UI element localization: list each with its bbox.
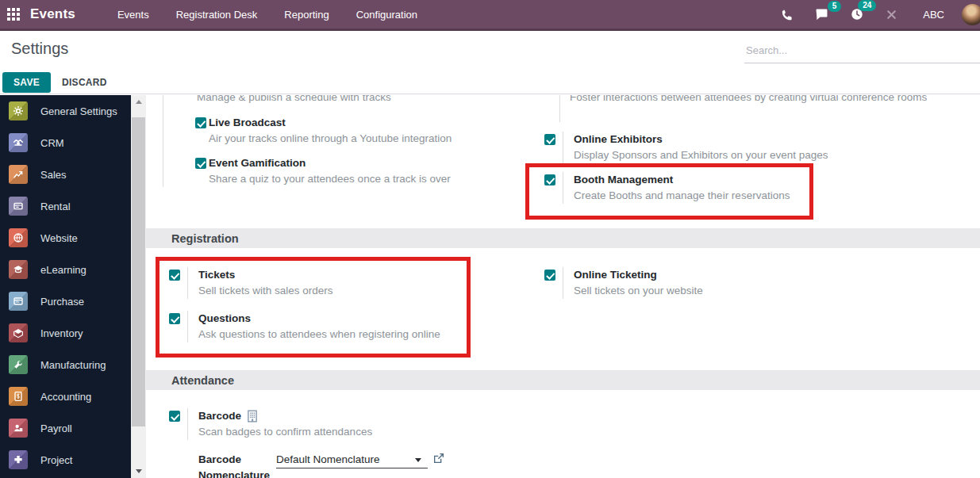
app-name: Events	[30, 6, 75, 22]
top-menu: Events Registration Desk Reporting Confi…	[104, 0, 431, 30]
annotation-box-tickets-questions	[156, 257, 471, 358]
sidebar-item-label: eLearning	[40, 264, 86, 276]
sidebar-item-label: Manufacturing	[40, 359, 106, 371]
elearning-app-icon	[9, 260, 28, 279]
setting-barcode: Barcode Scan badges to confirm attendanc…	[169, 408, 372, 440]
setting-description: Air your tracks online through a Youtube…	[209, 131, 452, 147]
activities-count-badge: 24	[858, 0, 876, 11]
section-header-attendance: Attendance	[146, 370, 980, 390]
discard-button[interactable]: DISCARD	[56, 72, 113, 93]
activities-icon-button[interactable]: 24	[840, 7, 874, 21]
sidebar-item-sales[interactable]: Sales	[0, 159, 131, 190]
sidebar-item-general-settings[interactable]: General Settings	[0, 95, 131, 127]
scroll-down-button[interactable]	[131, 465, 146, 478]
user-avatar[interactable]	[962, 4, 980, 25]
setting-label: Event Gamification	[209, 155, 451, 171]
setting-label: Barcode	[198, 408, 241, 424]
setting-separator	[563, 267, 563, 299]
accounting-app-icon	[9, 387, 28, 406]
select-underline	[276, 468, 428, 468]
online-exhibitors-checkbox[interactable]	[544, 134, 555, 145]
schedule-tracks-description: Manage & publish a schedule with tracks	[197, 95, 391, 106]
setting-group-separator	[163, 95, 163, 187]
setting-description: Share a quiz to your attendees once a tr…	[209, 171, 451, 187]
sidebar-item-accounting[interactable]: Accounting	[0, 380, 131, 412]
sidebar-item-label: Inventory	[40, 327, 83, 339]
event-gamification-checkbox[interactable]	[195, 158, 206, 169]
sidebar-item-crm[interactable]: CRM	[0, 127, 131, 159]
purchase-app-icon	[9, 292, 28, 311]
barcode-checkbox[interactable]	[169, 411, 180, 422]
section-header-registration: Registration	[146, 228, 980, 248]
menu-item-configuration[interactable]: Configuration	[343, 0, 431, 30]
sidebar-item-payroll[interactable]: Payroll	[0, 412, 131, 444]
section-title: Registration	[171, 232, 239, 245]
menu-item-registration-desk[interactable]: Registration Desk	[163, 0, 271, 30]
sidebar-item-inventory[interactable]: Inventory	[0, 317, 131, 349]
setting-event-gamification: Event Gamification Share a quiz to your …	[195, 155, 451, 187]
voip-phone-icon[interactable]	[770, 8, 804, 21]
setting-separator	[559, 95, 560, 122]
apps-grid-icon[interactable]	[7, 8, 21, 21]
dropdown-caret-icon[interactable]	[415, 458, 421, 462]
sidebar-item-label: Purchase	[40, 296, 84, 308]
external-link-icon[interactable]	[432, 452, 445, 465]
sidebar-item-label: Accounting	[40, 391, 91, 403]
manufacturing-app-icon	[9, 355, 28, 374]
chat-bubble-icon	[814, 8, 829, 21]
scrollbar-thumb[interactable]	[132, 117, 145, 426]
setting-separator	[563, 132, 563, 163]
phone-icon	[780, 8, 794, 21]
setting-live-broadcast: Live Broadcast Air your tracks online th…	[195, 115, 452, 147]
online-ticketing-checkbox[interactable]	[544, 270, 555, 281]
sidebar-item-manufacturing[interactable]: Manufacturing	[0, 349, 131, 380]
page-title: Settings	[11, 40, 68, 58]
live-broadcast-checkbox[interactable]	[195, 117, 206, 128]
messages-icon-button[interactable]: 5	[804, 8, 840, 21]
sidebar-item-website[interactable]: Website	[0, 222, 131, 254]
search-box	[744, 41, 980, 63]
vertical-scrollbar	[131, 95, 146, 478]
barcode-nomenclature-select-value[interactable]: Default Nomenclature	[276, 453, 380, 466]
menu-item-events[interactable]: Events	[104, 0, 163, 30]
menu-item-reporting[interactable]: Reporting	[271, 0, 342, 30]
sidebar-item-purchase[interactable]: Purchase	[0, 285, 131, 317]
inventory-app-icon	[9, 323, 28, 342]
up-arrow-icon	[136, 100, 142, 104]
setting-label: Online Exhibitors	[574, 132, 828, 147]
sidebar-item-label: CRM	[40, 137, 64, 149]
settings-app-sidebar: General Settings CRM Sales Rental Websit…	[0, 95, 131, 478]
barcode-nomenclature-label-line2: Nomenclature	[198, 468, 270, 478]
annotation-box-booth-management	[525, 163, 813, 220]
company-switcher[interactable]: ABC	[909, 9, 962, 21]
sidebar-item-label: Sales	[40, 169, 67, 181]
settings-content: Manage & publish a schedule with tracks …	[146, 95, 980, 478]
top-navbar: Events Events Registration Desk Reportin…	[0, 0, 980, 31]
setting-label: Online Ticketing	[574, 267, 703, 283]
rental-app-icon	[9, 197, 28, 216]
website-app-icon	[9, 228, 28, 247]
project-app-icon	[9, 450, 28, 469]
sidebar-item-elearning[interactable]: eLearning	[0, 254, 131, 285]
section-title: Attendance	[171, 374, 234, 387]
crm-app-icon	[9, 133, 28, 152]
sidebar-item-rental[interactable]: Rental	[0, 190, 131, 222]
setting-separator	[187, 408, 188, 440]
general-settings-app-icon	[9, 101, 28, 120]
down-arrow-icon	[136, 469, 142, 473]
sidebar-item-label: Project	[40, 454, 72, 466]
support-tools-button[interactable]	[874, 8, 909, 21]
sidebar-item-project[interactable]: Project	[0, 444, 131, 476]
sidebar-item-label: Website	[40, 232, 78, 244]
control-panel: Settings SAVE DISCARD	[0, 33, 980, 94]
sales-app-icon	[9, 165, 28, 184]
scroll-up-button[interactable]	[131, 95, 146, 109]
setting-online-exhibitors: Online Exhibitors Display Sponsors and E…	[544, 132, 828, 163]
payroll-app-icon	[9, 419, 28, 438]
crossed-tools-icon	[885, 8, 898, 21]
search-input[interactable]	[744, 41, 980, 63]
sidebar-item-label: Payroll	[40, 423, 72, 434]
setting-label: Live Broadcast	[209, 115, 452, 131]
save-button[interactable]: SAVE	[2, 72, 51, 93]
sidebar-item-label: General Settings	[40, 105, 117, 117]
